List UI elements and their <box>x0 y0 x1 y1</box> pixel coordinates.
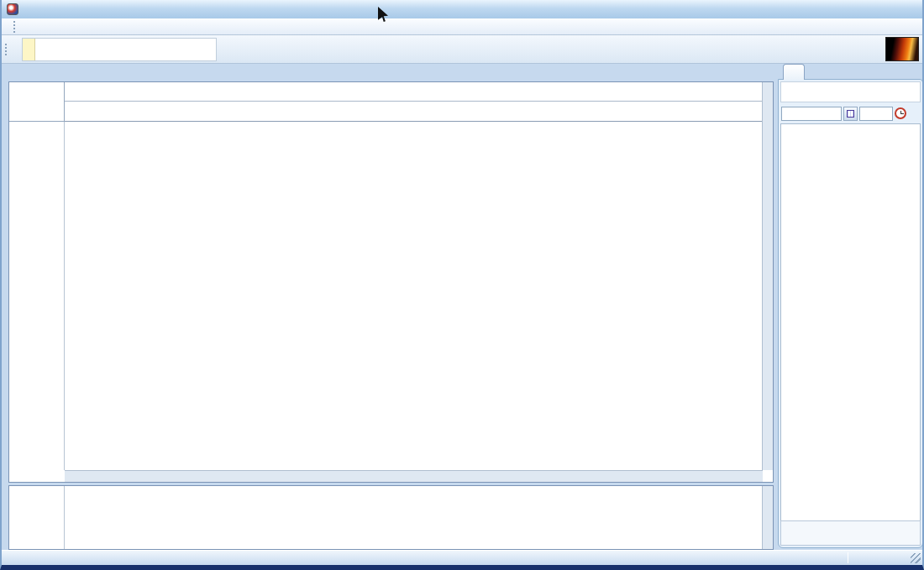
day-header <box>65 101 763 122</box>
title-bar[interactable] <box>2 0 922 18</box>
date-input[interactable] <box>781 107 842 121</box>
time-input[interactable] <box>859 107 893 121</box>
brand-logo <box>885 37 919 61</box>
app-window <box>0 0 924 570</box>
toolbar <box>2 35 922 64</box>
week-header <box>65 82 763 101</box>
status-divider <box>848 552 848 563</box>
free-beds-toolbar <box>780 81 921 102</box>
app-icon <box>7 3 18 15</box>
notice-message <box>35 39 45 60</box>
free-beds-summary <box>780 520 921 546</box>
bed-gutter <box>9 122 65 470</box>
tab-lits-libres[interactable] <box>783 64 805 80</box>
toolbar-grip-icon <box>5 44 8 55</box>
status-bar <box>2 550 922 565</box>
free-beds-date-row <box>780 105 921 122</box>
notice-user-label <box>23 39 35 60</box>
notice-box <box>22 38 217 61</box>
companion-chart[interactable] <box>65 486 763 549</box>
calendar-icon[interactable] <box>843 107 858 121</box>
gantt-panel <box>8 81 774 483</box>
menu-grip-icon <box>13 21 17 33</box>
gantt-horizontal-scrollbar[interactable] <box>65 470 763 482</box>
free-beds-panel <box>778 79 923 548</box>
gantt-vertical-scrollbar[interactable] <box>762 82 773 470</box>
companion-panel <box>8 485 774 550</box>
companion-vertical-scrollbar[interactable] <box>762 486 773 549</box>
companion-gutter <box>9 486 65 549</box>
clock-icon[interactable] <box>895 107 906 119</box>
gantt-chart[interactable] <box>65 122 763 470</box>
gantt-corner-info <box>9 82 65 122</box>
menu-bar <box>2 18 922 35</box>
resize-grip[interactable] <box>911 553 921 563</box>
free-beds-table <box>780 123 921 528</box>
